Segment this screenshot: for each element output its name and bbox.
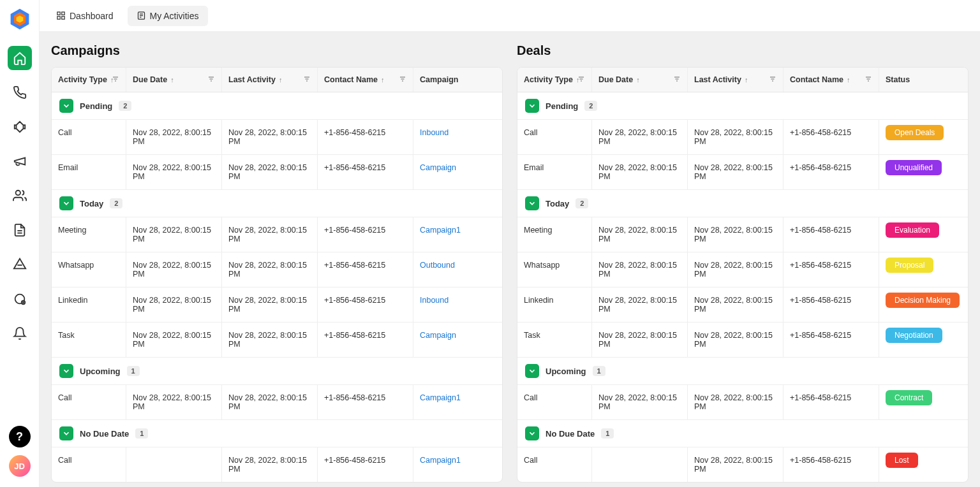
table-row[interactable]: CallNov 28, 2022, 8:00:15 PMNov 28, 2022… bbox=[52, 385, 502, 420]
filter-icon[interactable] bbox=[303, 75, 311, 85]
table-row[interactable]: WhatsappNov 28, 2022, 8:00:15 PMNov 28, … bbox=[52, 252, 502, 287]
filter-icon[interactable] bbox=[577, 75, 585, 85]
user-avatar[interactable]: JD bbox=[9, 455, 31, 477]
cell-campaign-link[interactable]: Campaign1 bbox=[413, 217, 502, 252]
table-row[interactable]: CallNov 28, 2022, 8:00:15 PMNov 28, 2022… bbox=[517, 385, 968, 420]
col-campaign[interactable]: Campaign bbox=[413, 68, 502, 92]
help-button[interactable]: ? bbox=[9, 426, 31, 447]
cell-campaign-link[interactable]: Inbound bbox=[413, 287, 502, 322]
cell-due-date: Nov 28, 2022, 8:00:15 PM bbox=[126, 323, 221, 357]
cell-due-date: Nov 28, 2022, 8:00:15 PM bbox=[126, 217, 221, 252]
col-due-date[interactable]: Due Date↑ bbox=[591, 68, 687, 92]
cell-campaign-link[interactable]: Inbound bbox=[413, 120, 502, 154]
filter-icon[interactable] bbox=[112, 75, 119, 85]
cell-due-date: Nov 28, 2022, 8:00:15 PM bbox=[591, 217, 687, 252]
col-activity-type[interactable]: Activity Type↑ bbox=[52, 68, 126, 92]
tab-dashboard[interactable]: Dashboard bbox=[47, 6, 122, 26]
table-row[interactable]: WhatsappNov 28, 2022, 8:00:15 PMNov 28, … bbox=[517, 252, 968, 287]
cell-due-date bbox=[591, 447, 687, 482]
cell-campaign-link[interactable]: Campaign bbox=[413, 323, 502, 357]
cell-campaign-link[interactable]: Campaign bbox=[413, 155, 502, 189]
cell-campaign-link[interactable]: Outbound bbox=[413, 252, 502, 287]
filter-icon[interactable] bbox=[399, 75, 406, 85]
cell-contact: +1-856-458-6215 bbox=[317, 447, 413, 482]
nav-drive[interactable] bbox=[8, 252, 32, 277]
cell-due-date: Nov 28, 2022, 8:00:15 PM bbox=[591, 155, 687, 189]
col-due-date[interactable]: Due Date↑ bbox=[126, 68, 221, 92]
cell-activity: Call bbox=[517, 385, 591, 419]
tab-activities[interactable]: My Activities bbox=[128, 6, 208, 26]
collapse-toggle[interactable] bbox=[525, 99, 539, 113]
section-header: Upcoming1 bbox=[517, 358, 968, 385]
table-row[interactable]: LinkedinNov 28, 2022, 8:00:15 PMNov 28, … bbox=[52, 287, 502, 323]
section-label: Upcoming bbox=[80, 367, 121, 376]
table-row[interactable]: CallNov 28, 2022, 8:00:15 PMNov 28, 2022… bbox=[517, 120, 968, 155]
filter-icon[interactable] bbox=[865, 75, 872, 85]
nav-home[interactable] bbox=[8, 46, 32, 70]
table-row[interactable]: CallNov 28, 2022, 8:00:15 PM+1-856-458-6… bbox=[517, 447, 968, 482]
nav-calls[interactable] bbox=[8, 80, 32, 105]
collapse-toggle[interactable] bbox=[525, 196, 539, 210]
table-row[interactable]: EmailNov 28, 2022, 8:00:15 PMNov 28, 202… bbox=[52, 155, 502, 190]
nav-notifications[interactable] bbox=[8, 321, 32, 345]
col-status[interactable]: Status bbox=[879, 68, 968, 92]
section-header: No Due Date1 bbox=[517, 420, 968, 447]
cell-activity: Call bbox=[52, 447, 126, 482]
cell-activity: Call bbox=[52, 385, 126, 419]
col-contact-name[interactable]: Contact Name↑ bbox=[317, 68, 413, 92]
table-row[interactable]: LinkedinNov 28, 2022, 8:00:15 PMNov 28, … bbox=[517, 287, 968, 323]
table-row[interactable]: CallNov 28, 2022, 8:00:15 PM+1-856-458-6… bbox=[52, 447, 502, 482]
section-label: Today bbox=[546, 199, 569, 208]
nav-deals[interactable] bbox=[8, 115, 32, 139]
table-row[interactable]: CallNov 28, 2022, 8:00:15 PMNov 28, 2022… bbox=[52, 120, 502, 155]
collapse-toggle[interactable] bbox=[525, 364, 539, 378]
sort-asc-icon: ↑ bbox=[745, 76, 748, 84]
campaigns-title: Campaigns bbox=[51, 43, 503, 58]
cell-last-activity: Nov 28, 2022, 8:00:15 PM bbox=[687, 385, 783, 419]
cell-contact: +1-856-458-6215 bbox=[783, 217, 879, 252]
cell-campaign-link[interactable]: Campaign1 bbox=[413, 447, 502, 482]
table-row[interactable]: EmailNov 28, 2022, 8:00:15 PMNov 28, 202… bbox=[517, 155, 968, 190]
sort-asc-icon: ↑ bbox=[170, 76, 174, 84]
section-count: 1 bbox=[135, 428, 148, 439]
table-row[interactable]: MeetingNov 28, 2022, 8:00:15 PMNov 28, 2… bbox=[517, 217, 968, 252]
campaigns-body: Pending2CallNov 28, 2022, 8:00:15 PMNov … bbox=[52, 92, 502, 482]
cell-contact: +1-856-458-6215 bbox=[783, 252, 879, 287]
cell-activity: Task bbox=[52, 323, 126, 357]
cell-last-activity: Nov 28, 2022, 8:00:15 PM bbox=[687, 120, 783, 154]
cell-contact: +1-856-458-6215 bbox=[783, 385, 879, 419]
section-label: Today bbox=[80, 199, 103, 208]
cell-campaign-link[interactable]: Campaign1 bbox=[413, 385, 502, 419]
table-row[interactable]: TaskNov 28, 2022, 8:00:15 PMNov 28, 2022… bbox=[52, 323, 502, 358]
sort-asc-icon: ↑ bbox=[847, 76, 850, 84]
cell-due-date: Nov 28, 2022, 8:00:15 PM bbox=[126, 155, 221, 189]
section-header: Today2 bbox=[52, 190, 502, 217]
cell-contact: +1-856-458-6215 bbox=[317, 155, 413, 189]
table-row[interactable]: TaskNov 28, 2022, 8:00:15 PMNov 28, 2022… bbox=[517, 323, 968, 358]
collapse-toggle[interactable] bbox=[59, 99, 73, 113]
sort-asc-icon: ↑ bbox=[279, 76, 283, 84]
app-logo bbox=[8, 8, 31, 31]
col-contact-name[interactable]: Contact Name↑ bbox=[783, 68, 879, 92]
nav-settings[interactable] bbox=[8, 287, 32, 311]
collapse-toggle[interactable] bbox=[59, 196, 73, 210]
cell-status: Proposal bbox=[879, 252, 968, 287]
cell-last-activity: Nov 28, 2022, 8:00:15 PM bbox=[221, 287, 317, 322]
section-label: No Due Date bbox=[546, 429, 595, 439]
col-activity-type[interactable]: Activity Type↑ bbox=[517, 68, 591, 92]
deals-header-row: Activity Type↑ Due Date↑ Last Activity↑ … bbox=[517, 68, 968, 92]
nav-campaigns[interactable] bbox=[8, 149, 32, 173]
collapse-toggle[interactable] bbox=[59, 426, 73, 440]
collapse-toggle[interactable] bbox=[525, 426, 539, 440]
col-last-activity[interactable]: Last Activity↑ bbox=[221, 68, 317, 92]
nav-contacts[interactable] bbox=[8, 184, 32, 208]
collapse-toggle[interactable] bbox=[59, 364, 73, 378]
nav-documents[interactable] bbox=[8, 218, 32, 242]
table-row[interactable]: MeetingNov 28, 2022, 8:00:15 PMNov 28, 2… bbox=[52, 217, 502, 252]
filter-icon[interactable] bbox=[207, 75, 215, 85]
cell-last-activity: Nov 28, 2022, 8:00:15 PM bbox=[687, 323, 783, 357]
filter-icon[interactable] bbox=[769, 75, 776, 85]
col-last-activity[interactable]: Last Activity↑ bbox=[687, 68, 783, 92]
filter-icon[interactable] bbox=[673, 75, 681, 85]
cell-activity: Meeting bbox=[52, 217, 126, 252]
